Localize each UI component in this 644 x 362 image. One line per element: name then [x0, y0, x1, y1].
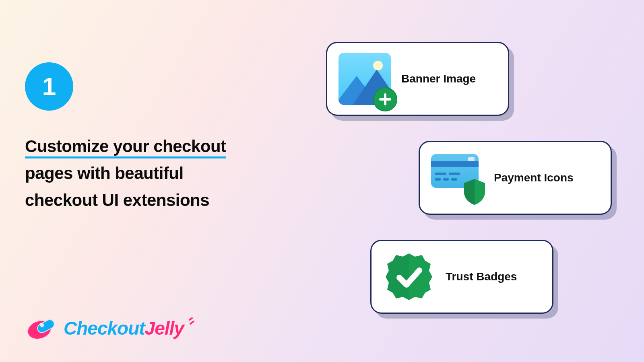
feature-card-trust-badges: Trust Badges	[370, 240, 553, 314]
step-number-badge: 1	[25, 62, 73, 111]
feature-card-label: Banner Image	[401, 72, 476, 85]
headline: Customize your checkout pages with beaut…	[25, 133, 283, 214]
feature-card-payment-icons: Payment Icons	[419, 141, 612, 215]
banner-image-icon	[339, 53, 391, 105]
brand-mark-icon	[25, 316, 59, 340]
brand-logo-lockup: CheckoutJelly	[25, 316, 200, 340]
payment-card-icon	[431, 152, 483, 204]
brand-name-part-2: Jelly	[145, 318, 184, 339]
step-number: 1	[42, 74, 56, 99]
headline-line-3: checkout UI extensions	[25, 191, 209, 210]
shield-icon	[462, 178, 487, 206]
verified-badge-icon	[383, 251, 435, 303]
feature-card-label: Trust Badges	[446, 270, 517, 283]
left-column: 1 Customize your checkout pages with bea…	[25, 0, 283, 362]
plus-icon	[373, 87, 397, 111]
sparkle-icon	[188, 317, 200, 329]
headline-line-2: pages with beautiful	[25, 164, 184, 183]
brand-name-part-1: Checkout	[64, 318, 145, 339]
feature-cards: Banner Image Payment Icons	[318, 0, 608, 362]
feature-card-label: Payment Icons	[494, 171, 574, 184]
feature-card-banner-image: Banner Image	[326, 42, 509, 116]
headline-line-1: Customize your checkout	[25, 137, 226, 158]
brand-name: CheckoutJelly	[64, 317, 200, 339]
